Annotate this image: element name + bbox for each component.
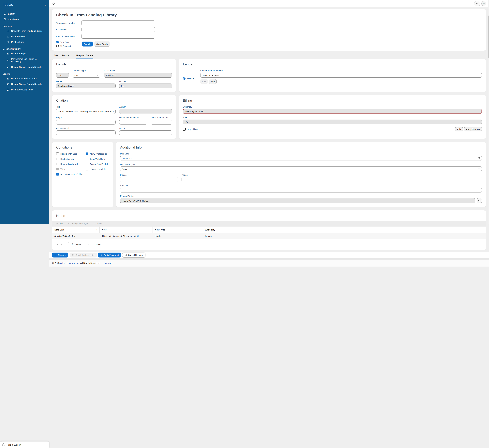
citation-title: Citation [56, 98, 172, 103]
radio-selected-icon [56, 41, 59, 43]
ill-number-row: ILL Number [56, 27, 245, 32]
notes-toolbar: Add Change Note Type Delete [52, 221, 245, 224]
author-input [119, 109, 172, 114]
search-button[interactable]: Search [82, 41, 93, 47]
lender-address-select[interactable]: Select an Address [200, 73, 245, 78]
web-checkbox: ✓ Web [56, 168, 86, 170]
row-citation-billing: Citation Title Author Pages [52, 95, 245, 139]
clear-fields-button[interactable]: Clear Fields [94, 41, 110, 47]
all-requests-radio[interactable]: All Requests [56, 45, 82, 47]
add-note-label: Add [59, 223, 63, 224]
plus-icon [56, 223, 58, 224]
lender-trnab-radio[interactable]: TRNAB [183, 73, 194, 84]
sidebar-item-move-items-not-found[interactable]: Move Items Not Found to Borrowing [0, 56, 49, 64]
sidebar-section-borrowing: Borrowing [0, 22, 49, 28]
skip-billing-checkbox[interactable]: Skip Billing [183, 128, 198, 131]
lender-code-label: TRNAB [187, 77, 194, 80]
sidebar-item-update-stacks-dd[interactable]: Update Stacks Search Results [0, 64, 49, 70]
billing-title: Billing [183, 98, 245, 103]
billing-summary-input [183, 109, 245, 114]
copy-with-care-checkbox[interactable]: Copy With Care [86, 158, 108, 160]
document-type-value: Book [122, 168, 127, 170]
sidebar-item-circulation[interactable]: Circulation [0, 17, 49, 22]
billing-total-label: Total [183, 116, 245, 119]
radio-unselected-icon [56, 45, 59, 47]
ill-number-label: ILL Number [56, 28, 81, 31]
photo-journal-year-input[interactable] [151, 120, 172, 125]
sidebar-item-label: Print Receives [11, 35, 26, 38]
citation-information-input[interactable] [81, 34, 155, 39]
sidebar-nav: Search Circulation Borrowing Check In Fr… [0, 8, 49, 92]
name-input [56, 84, 116, 88]
chevron-down-icon [97, 74, 99, 76]
sidebar-collapse-icon[interactable]: « [45, 3, 46, 6]
search-card-footer: Sent Only All Requests Search Clear Fiel… [56, 41, 245, 47]
sidebar-item-print-secondary-items[interactable]: Print Secondary Items [0, 87, 49, 92]
ae-url-input[interactable] [119, 130, 172, 135]
delete-note-label: Delete [96, 223, 102, 224]
additional-pages-input[interactable] [182, 177, 245, 182]
sidebar-item-print-pull-slips[interactable]: Print Pull Slips [0, 51, 49, 56]
sidebar-item-label: Circulation [8, 18, 19, 21]
tn-label: TN [56, 69, 69, 72]
sidebar-item-update-stacks-lending[interactable]: Update Stacks Search Results [0, 81, 49, 87]
transaction-number-input[interactable] [81, 21, 155, 25]
change-note-type-label: Change Note Type [71, 223, 88, 224]
due-date-input[interactable] [120, 156, 245, 161]
external-status-label: ExternalStatus [120, 195, 245, 197]
sidebar-item-check-in-from-lending-library[interactable]: Check In From Lending Library [0, 28, 49, 34]
checkbox-checked-icon: ✓ [86, 152, 88, 155]
sent-only-radio[interactable]: Sent Only [56, 41, 82, 43]
checkbox-unchecked-icon [86, 163, 88, 165]
sidebar-item-label: Print Pull Slips [11, 52, 26, 55]
request-type-label: Request Type [73, 69, 100, 72]
sidebar-item-print-returns[interactable]: Print Returns [0, 39, 49, 45]
document-type-select[interactable]: Book [120, 167, 245, 171]
ill-number-input[interactable] [81, 27, 155, 32]
title-input[interactable] [56, 109, 116, 114]
sidebar-item-print-receives[interactable]: Print Receives [0, 34, 49, 39]
checkbox-checked-icon: ✓ [56, 173, 59, 176]
sidebar-item-print-stacks-search-items[interactable]: Print Stacks Search Items [0, 76, 49, 81]
add-note-button[interactable]: Add [56, 223, 63, 224]
library-use-only-label: Library Use Only [90, 168, 106, 170]
move-items-icon [7, 59, 9, 62]
sidebar-section-lending: Lending [0, 70, 49, 76]
update-stacks-icon [7, 66, 9, 68]
spec-ins-input[interactable] [120, 188, 245, 192]
lender-add-button[interactable]: Add [209, 79, 217, 84]
additional-info-card: Additional Info Due Date Document Type B… [116, 142, 245, 207]
ae-password-input[interactable] [56, 130, 116, 135]
photo-journal-volume-input[interactable] [119, 120, 147, 125]
content: Check In From Lending Library Transactio… [49, 7, 245, 224]
pieces-input[interactable] [120, 177, 178, 182]
accept-non-english-checkbox[interactable]: Accept Non English [86, 163, 108, 165]
allow-photocopies-checkbox[interactable]: ✓ Allow Photocopies [86, 152, 108, 155]
accept-alternate-edition-checkbox[interactable]: ✓ Accept Alternate Edition [56, 173, 86, 176]
library-use-only-checkbox[interactable]: Library Use Only [86, 168, 108, 170]
restricted-use-checkbox[interactable]: Restricted Use [56, 158, 86, 160]
notes-card: Notes Add Change Note Type Delete [52, 210, 245, 224]
citation-information-row: Citation Information [56, 34, 245, 39]
print-stacks-search-icon [7, 77, 9, 80]
citation-information-label: Citation Information [56, 35, 81, 37]
conditions-title: Conditions [56, 145, 109, 149]
checkbox-unchecked-icon [183, 128, 186, 131]
tab-search-results[interactable]: Search Results [54, 54, 69, 59]
additional-info-title: Additional Info [120, 145, 245, 149]
transaction-number-row: Transaction Number [56, 21, 245, 25]
renewals-allowed-checkbox[interactable]: Renewals Allowed [56, 163, 86, 165]
pages-input[interactable] [56, 120, 116, 125]
handle-with-care-checkbox[interactable]: Handle With Care [56, 152, 86, 155]
conditions-card: Conditions Handle With Care Restricted U… [52, 142, 113, 207]
request-type-select[interactable]: Loan [73, 73, 100, 78]
tabs: Search Results Request Details [52, 51, 245, 59]
update-stacks-icon [7, 83, 9, 86]
details-title: Details [56, 62, 172, 66]
home-icon[interactable] [52, 2, 55, 5]
sidebar-item-search[interactable]: Search [0, 11, 49, 17]
tab-request-details[interactable]: Request Details [76, 54, 93, 59]
sidebar-item-label: Print Stacks Search Items [11, 77, 37, 80]
nvtgc-label: NVTGC [119, 80, 172, 82]
ae-url-label: AE Url [119, 127, 172, 129]
